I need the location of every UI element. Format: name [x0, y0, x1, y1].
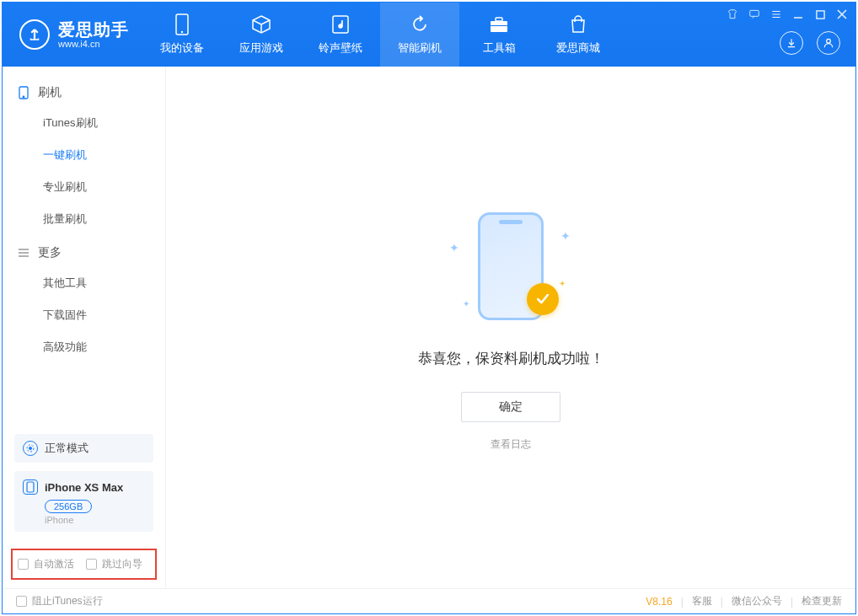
version-label: V8.16 — [646, 596, 672, 608]
device-icon — [23, 479, 38, 495]
sidebar: 刷机 iTunes刷机 一键刷机 专业刷机 批量刷机 更多 其他工具 下载固件 … — [3, 67, 166, 588]
device-type-label: iPhone — [45, 515, 145, 525]
sidebar-scroll: 刷机 iTunes刷机 一键刷机 专业刷机 批量刷机 更多 其他工具 下载固件 … — [3, 67, 165, 424]
feedback-icon[interactable] — [748, 8, 761, 21]
svg-rect-8 — [816, 10, 823, 18]
checkbox-label: 自动激活 — [34, 557, 74, 571]
nav-tab-label: 铃声壁纸 — [319, 40, 362, 56]
footer-left: 阻止iTunes运行 — [16, 594, 103, 608]
footer-right: V8.16 | 客服 | 微信公众号 | 检查更新 — [646, 594, 842, 608]
close-button[interactable] — [835, 8, 849, 21]
footer-link-support[interactable]: 客服 — [692, 594, 712, 608]
app-title: 爱思助手 — [58, 20, 129, 39]
bottom-checks-highlight: 自动激活 跳过向导 — [11, 549, 157, 580]
svg-rect-13 — [27, 482, 34, 492]
sidebar-item-download-firmware[interactable]: 下载固件 — [3, 299, 165, 331]
checkbox-label: 阻止iTunes运行 — [32, 594, 103, 608]
checkbox-block-itunes[interactable]: 阻止iTunes运行 — [16, 594, 103, 608]
footer-link-wechat[interactable]: 微信公众号 — [732, 594, 782, 608]
device-mode-label: 正常模式 — [45, 441, 88, 456]
success-check-icon — [527, 283, 559, 315]
nav-tab-apps-games[interactable]: 应用游戏 — [222, 3, 301, 67]
sidebar-section-label: 更多 — [38, 245, 62, 260]
nav-tab-toolbox[interactable]: 工具箱 — [459, 3, 539, 67]
svg-point-10 — [23, 96, 24, 98]
nav-tab-label: 爱思商城 — [556, 40, 600, 56]
svg-rect-5 — [491, 25, 507, 26]
nav-tab-label: 我的设备 — [160, 40, 204, 56]
header-right-icons — [780, 31, 840, 55]
sparkle-icon: ✦ — [463, 299, 469, 308]
checkbox-icon — [86, 559, 97, 570]
nav-tab-label: 应用游戏 — [239, 40, 283, 56]
minimize-button[interactable] — [791, 8, 805, 21]
music-icon — [330, 13, 351, 35]
sidebar-item-batch-flash[interactable]: 批量刷机 — [3, 203, 165, 235]
separator: | — [791, 596, 793, 608]
logo-area: 爱思助手 www.i4.cn — [3, 19, 142, 50]
logo-text: 爱思助手 www.i4.cn — [58, 20, 129, 49]
sparkle-icon: ✦ — [559, 279, 566, 288]
nav-tab-smart-flash[interactable]: 智能刷机 — [380, 3, 459, 67]
sidebar-item-advanced[interactable]: 高级功能 — [3, 331, 165, 363]
sparkle-icon: ✦ — [449, 241, 459, 254]
sidebar-item-other-tools[interactable]: 其他工具 — [3, 267, 165, 299]
svg-point-1 — [181, 31, 183, 33]
maximize-button[interactable] — [813, 8, 827, 21]
checkbox-auto-activate[interactable]: 自动激活 — [18, 557, 74, 571]
main-content: ✦ ✦ ✦ ✦ 恭喜您，保资料刷机成功啦！ 确定 查看日志 — [166, 67, 855, 588]
ok-button[interactable]: 确定 — [461, 392, 560, 422]
separator: | — [681, 596, 684, 608]
checkbox-label: 跳过向导 — [102, 557, 142, 571]
nav-tabs: 我的设备 应用游戏 铃声壁纸 智能刷机 工具箱 爱思商城 — [142, 3, 618, 67]
device-panel: 正常模式 iPhone XS Max 256GB iPhone — [3, 424, 165, 542]
menu-icon — [18, 247, 29, 259]
shop-icon — [567, 13, 589, 35]
app-subtitle: www.i4.cn — [58, 39, 129, 49]
logo-icon — [19, 19, 50, 50]
footer: 阻止iTunes运行 V8.16 | 客服 | 微信公众号 | 检查更新 — [3, 588, 855, 613]
header: 爱思助手 www.i4.cn 我的设备 应用游戏 铃声壁纸 智能刷机 — [3, 3, 855, 67]
app-window: 爱思助手 www.i4.cn 我的设备 应用游戏 铃声壁纸 智能刷机 — [2, 2, 856, 614]
sidebar-item-itunes-flash[interactable]: iTunes刷机 — [3, 107, 165, 139]
sidebar-item-oneclick-flash[interactable]: 一键刷机 — [3, 139, 165, 171]
device-mode[interactable]: 正常模式 — [14, 434, 153, 463]
checkbox-skip-guide[interactable]: 跳过向导 — [86, 557, 142, 571]
download-button[interactable] — [780, 31, 803, 55]
body: 刷机 iTunes刷机 一键刷机 专业刷机 批量刷机 更多 其他工具 下载固件 … — [3, 67, 855, 588]
cube-icon — [250, 13, 272, 35]
checkbox-icon — [18, 559, 29, 570]
success-message: 恭喜您，保资料刷机成功啦！ — [418, 349, 604, 368]
device-info[interactable]: iPhone XS Max 256GB iPhone — [14, 471, 153, 532]
sidebar-section-label: 刷机 — [38, 85, 62, 100]
svg-rect-4 — [496, 18, 502, 21]
account-button[interactable] — [817, 31, 840, 55]
device-name-label: iPhone XS Max — [45, 481, 123, 494]
mode-icon — [23, 441, 38, 456]
sparkle-icon: ✦ — [560, 229, 571, 243]
sidebar-section-more: 更多 — [3, 235, 165, 267]
toolbox-icon — [488, 13, 510, 35]
phone-icon — [18, 87, 29, 99]
device-icon — [171, 13, 193, 35]
nav-tab-label: 智能刷机 — [398, 40, 442, 56]
separator: | — [721, 596, 723, 608]
view-log-link[interactable]: 查看日志 — [491, 437, 531, 452]
window-controls — [726, 8, 849, 21]
sidebar-item-pro-flash[interactable]: 专业刷机 — [3, 171, 165, 203]
svg-point-11 — [29, 447, 32, 450]
nav-tab-my-device[interactable]: 我的设备 — [142, 3, 222, 67]
checkbox-icon — [16, 596, 27, 607]
nav-tab-label: 工具箱 — [483, 40, 516, 56]
success-illustration: ✦ ✦ ✦ ✦ — [439, 204, 582, 330]
skin-icon[interactable] — [726, 8, 739, 21]
svg-rect-3 — [491, 21, 507, 32]
nav-tab-ringtone-wallpaper[interactable]: 铃声壁纸 — [301, 3, 380, 67]
svg-rect-7 — [750, 10, 759, 16]
nav-tab-shop[interactable]: 爱思商城 — [539, 3, 618, 67]
footer-link-update[interactable]: 检查更新 — [802, 594, 842, 608]
sidebar-section-flash: 刷机 — [3, 75, 165, 107]
menu-icon[interactable] — [770, 8, 783, 21]
refresh-icon — [409, 13, 431, 35]
svg-point-6 — [827, 39, 831, 43]
